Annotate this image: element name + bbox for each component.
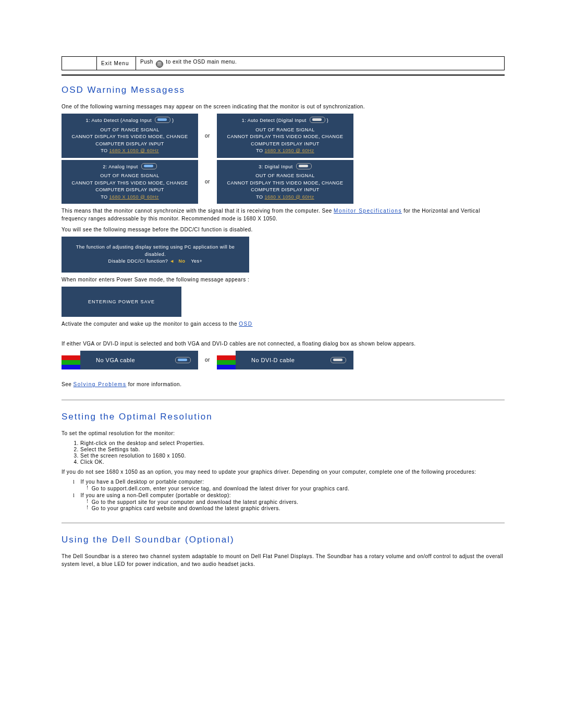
warning-row-1: 1: Auto Detect (Analog Input ) OUT OF RA… bbox=[62, 114, 505, 158]
or-text: or bbox=[198, 357, 217, 363]
or-text: or bbox=[198, 133, 217, 139]
dvi-connector-icon bbox=[331, 357, 346, 363]
warn-card-auto-analog: 1: Auto Detect (Analog Input ) OUT OF RA… bbox=[62, 114, 198, 158]
sync-text-before: This means that the monitor cannot synch… bbox=[62, 208, 334, 214]
step-item: Right-click on the desktop and select Pr… bbox=[80, 440, 505, 446]
color-bars-icon bbox=[217, 351, 236, 369]
solving-problems-link[interactable]: Solving Problems bbox=[74, 381, 127, 387]
ddc-no-option: No bbox=[179, 258, 186, 264]
ps-after-before: Activate the computer and wake up the mo… bbox=[62, 321, 239, 327]
no-dvi-card: No DVI-D cable bbox=[217, 351, 353, 369]
warn-card-analog: 2: Analog Input OUT OF RANGE SIGNAL CANN… bbox=[62, 160, 198, 204]
power-save-text: ENTERING POWER SAVE bbox=[88, 299, 155, 304]
power-save-card: ENTERING POWER SAVE bbox=[62, 287, 181, 317]
dvi-connector-icon bbox=[296, 163, 312, 169]
divider bbox=[62, 523, 505, 523]
warn-card-title: 2: Analog Input bbox=[103, 164, 138, 169]
res-prefix: TO bbox=[101, 194, 109, 200]
procedure-sub: Go to the support site for your computer… bbox=[87, 499, 505, 505]
res-prefix: TO bbox=[256, 194, 264, 200]
procedure-item: If you are using a non-Dell computer (po… bbox=[73, 492, 505, 511]
arrow-left-icon: ◄ bbox=[169, 258, 174, 264]
vga-connector-icon bbox=[155, 117, 170, 123]
no-vga-text: No VGA cable bbox=[80, 357, 172, 363]
res-link: 1680 X 1050 @ 60Hz bbox=[109, 148, 159, 153]
monitor-specifications-link[interactable]: Monitor Specifications bbox=[334, 208, 402, 214]
warn-cannot-l2: COMPUTER DISPLAY INPUT bbox=[64, 187, 196, 194]
step-item: Set the screen resolution to 1680 x 1050… bbox=[80, 453, 505, 459]
power-save-after: Activate the computer and wake up the mo… bbox=[62, 320, 505, 328]
dvi-connector-icon bbox=[310, 117, 325, 123]
warn-cannot-l1: CANNOT DISPLAY THIS VIDEO MODE, CHANGE bbox=[219, 180, 351, 187]
exit-menu-blank bbox=[62, 57, 97, 70]
warn-out-of-range: OUT OF RANGE SIGNAL bbox=[64, 172, 196, 180]
exit-menu-instruction-cell: Push ☰ to exit the OSD main menu. bbox=[136, 57, 505, 70]
osd-warning-title: OSD Warning Messagess bbox=[62, 85, 505, 95]
warn-out-of-range: OUT OF RANGE SIGNAL bbox=[219, 172, 351, 180]
exit-menu-table: Exit Menu Push ☰ to exit the OSD main me… bbox=[62, 56, 505, 70]
soundbar-title: Using the Dell Soundbar (Optional) bbox=[62, 535, 505, 545]
osd-link[interactable]: OSD bbox=[239, 321, 252, 327]
divider bbox=[62, 400, 505, 400]
warn-card-title: 1: Auto Detect (Digital Input bbox=[242, 118, 307, 123]
no-cable-intro: If either VGA or DVI-D input is selected… bbox=[62, 340, 505, 348]
optimal-resolution-title: Setting the Optimal Resolution bbox=[62, 412, 505, 422]
no-vga-card: No VGA cable bbox=[62, 351, 198, 369]
exit-menu-label: Exit Menu bbox=[101, 60, 129, 66]
step-item: Select the Settings tab. bbox=[80, 447, 505, 452]
driver-procedures: If you have a Dell desktop or portable c… bbox=[62, 479, 505, 511]
ddc-question: Disable DDC/CI function? bbox=[108, 258, 168, 264]
exit-menu-label-cell: Exit Menu bbox=[97, 57, 136, 70]
res-link: 1680 X 1050 @ 60Hz bbox=[265, 148, 314, 153]
warn-cannot-l2: COMPUTER DISPLAY INPUT bbox=[219, 141, 351, 148]
see-solving-paragraph: See Solving Problems for more informatio… bbox=[62, 380, 505, 388]
ddc-line1: The function of adjusting display settin… bbox=[70, 244, 241, 258]
driver-note: If you do not see 1680 x 1050 as an opti… bbox=[62, 468, 505, 476]
warn-cannot-l2: COMPUTER DISPLAY INPUT bbox=[219, 187, 351, 194]
warn-cannot-l2: COMPUTER DISPLAY INPUT bbox=[64, 141, 196, 148]
warn-card-auto-digital: 1: Auto Detect (Digital Input ) OUT OF R… bbox=[217, 114, 353, 158]
warning-row-2: 2: Analog Input OUT OF RANGE SIGNAL CANN… bbox=[62, 160, 505, 204]
ddc-intro: You will see the following message befor… bbox=[62, 226, 505, 233]
procedure-item: If you have a Dell desktop or portable c… bbox=[73, 479, 505, 491]
vga-connector-icon bbox=[141, 163, 157, 169]
res-prefix: TO bbox=[256, 148, 264, 153]
warn-out-of-range: OUT OF RANGE SIGNAL bbox=[64, 127, 196, 134]
warn-card-digital: 3: Digital Input OUT OF RANGE SIGNAL CAN… bbox=[217, 160, 353, 204]
res-link: 1680 X 1050 @ 60Hz bbox=[265, 194, 314, 200]
see-after: for more information. bbox=[126, 381, 181, 387]
ddc-yes-option: Yes+ bbox=[191, 258, 202, 264]
warn-out-of-range: OUT OF RANGE SIGNAL bbox=[219, 127, 351, 134]
procedure-heading: If you are using a non-Dell computer (po… bbox=[81, 492, 231, 498]
power-save-intro: When monitor enters Power Save mode, the… bbox=[62, 276, 505, 283]
soundbar-text: The Dell Soundbar is a stereo two channe… bbox=[62, 552, 505, 568]
step-item: Click OK. bbox=[80, 459, 505, 465]
res-link: 1680 X 1050 @ 60Hz bbox=[109, 194, 159, 200]
vga-connector-icon bbox=[175, 357, 191, 363]
optimal-resolution-intro: To set the optimal resolution for the mo… bbox=[62, 429, 505, 437]
warn-card-title: 1: Auto Detect (Analog Input bbox=[85, 118, 152, 123]
warn-cannot-l1: CANNOT DISPLAY THIS VIDEO MODE, CHANGE bbox=[64, 133, 196, 141]
procedure-heading: If you have a Dell desktop or portable c… bbox=[81, 479, 204, 485]
warn-card-title: 3: Digital Input bbox=[259, 164, 293, 169]
menu-button-icon: ☰ bbox=[156, 60, 163, 68]
exit-menu-text-after: to exit the OSD main menu. bbox=[164, 59, 237, 65]
osd-warning-intro: One of the following warning messages ma… bbox=[62, 103, 505, 110]
no-dvi-text: No DVI-D cable bbox=[236, 357, 327, 363]
ddc-ci-card: The function of adjusting display settin… bbox=[62, 237, 249, 273]
procedure-sub: Go to your graphics card website and dow… bbox=[87, 505, 505, 511]
sync-paragraph: This means that the monitor cannot synch… bbox=[62, 207, 505, 223]
exit-menu-text-before: Push bbox=[140, 59, 155, 65]
res-prefix: TO bbox=[101, 148, 109, 153]
warn-cannot-l1: CANNOT DISPLAY THIS VIDEO MODE, CHANGE bbox=[64, 180, 196, 187]
see-before: See bbox=[62, 381, 74, 387]
color-bars-icon bbox=[62, 351, 80, 369]
warn-cannot-l1: CANNOT DISPLAY THIS VIDEO MODE, CHANGE bbox=[219, 133, 351, 141]
no-cable-row: No VGA cable or No DVI-D cable bbox=[62, 351, 505, 369]
or-text: or bbox=[198, 179, 217, 184]
divider bbox=[62, 75, 505, 76]
procedure-sub: Go to support.dell.com, enter your servi… bbox=[87, 486, 505, 491]
resolution-steps: Right-click on the desktop and select Pr… bbox=[62, 440, 505, 465]
